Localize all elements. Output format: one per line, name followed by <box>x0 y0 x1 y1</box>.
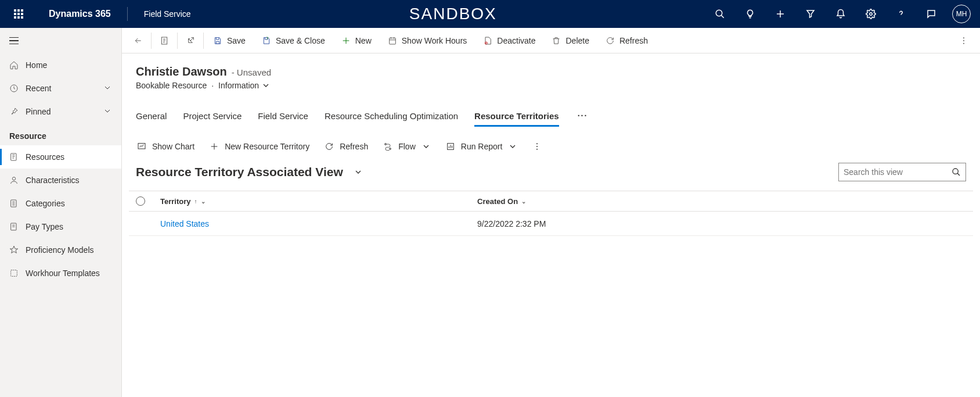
question-icon <box>896 9 906 19</box>
sidebar-item-label: Resources <box>26 152 64 162</box>
refresh-label: Refresh <box>619 36 648 45</box>
app-name-label[interactable]: Field Service <box>135 9 200 19</box>
svg-rect-10 <box>11 270 17 277</box>
delete-button[interactable]: Delete <box>543 28 597 53</box>
flow-button[interactable]: Flow <box>382 140 432 153</box>
sidebar-item-recent[interactable]: Recent <box>0 77 121 100</box>
home-icon <box>9 60 19 70</box>
save-close-icon <box>262 36 271 45</box>
settings-button[interactable] <box>857 0 885 28</box>
overflow-button[interactable] <box>952 28 975 53</box>
tab-resource-territories[interactable]: Resource Territories <box>474 106 559 126</box>
messages-button[interactable] <box>917 0 945 28</box>
sidebar-item-proficiency[interactable]: Proficiency Models <box>0 238 121 262</box>
sandbox-label: SANDBOX <box>409 5 497 23</box>
search-icon <box>952 167 961 177</box>
arrow-left-icon <box>134 36 143 45</box>
tab-field-service[interactable]: Field Service <box>258 106 308 126</box>
sidebar-item-label: Categories <box>26 199 65 208</box>
help-button[interactable] <box>887 0 915 28</box>
new-label: New <box>355 36 372 45</box>
tabs: General Project Service Field Service Re… <box>122 95 980 126</box>
divider <box>203 33 204 49</box>
chevron-down-icon <box>103 106 112 117</box>
column-header-territory[interactable]: Territory ↑ ⌄ <box>152 197 477 206</box>
notifications-button[interactable] <box>827 0 855 28</box>
sidebar-item-resources[interactable]: Resources <box>0 145 121 169</box>
sidebar-toggle-button[interactable] <box>0 28 121 53</box>
svg-line-29 <box>957 173 960 176</box>
assistant-button[interactable] <box>736 0 764 28</box>
refresh-icon <box>325 142 334 151</box>
subgrid-refresh-button[interactable]: Refresh <box>323 140 369 153</box>
refresh-button[interactable]: Refresh <box>597 28 656 53</box>
search-icon <box>715 9 725 19</box>
brand-label[interactable]: Dynamics 365 <box>39 9 120 19</box>
run-report-button[interactable]: Run Report <box>445 140 519 153</box>
save-close-button[interactable]: Save & Close <box>254 28 333 53</box>
sidebar-item-workhour[interactable]: Workhour Templates <box>0 262 121 285</box>
new-button[interactable]: New <box>333 28 380 53</box>
pin-icon <box>9 107 19 116</box>
plus-icon <box>210 142 219 151</box>
save-button[interactable]: Save <box>205 28 254 53</box>
refresh-icon <box>606 36 615 45</box>
form-button[interactable] <box>153 28 176 53</box>
chevron-down-icon <box>261 81 271 90</box>
column-header-created-on[interactable]: Created On ⌄ <box>477 197 973 206</box>
add-button[interactable] <box>766 0 794 28</box>
sidebar-item-categories[interactable]: Categories <box>0 192 121 215</box>
view-search[interactable] <box>838 163 966 181</box>
sidebar-item-characteristics[interactable]: Characteristics <box>0 169 121 192</box>
list-icon <box>9 199 19 208</box>
sidebar-item-home[interactable]: Home <box>0 53 121 77</box>
popout-icon <box>186 36 195 45</box>
form-selector[interactable]: Information <box>218 81 271 90</box>
new-territory-label: New Resource Territory <box>225 142 309 151</box>
tab-general[interactable]: General <box>136 106 167 126</box>
sidebar: Home Recent Pinned Resource Resources Ch… <box>0 28 122 397</box>
topnav-right: MH <box>706 0 975 28</box>
user-avatar[interactable]: MH <box>947 0 975 28</box>
tabs-overflow-button[interactable]: ··· <box>575 106 590 126</box>
filter-button[interactable] <box>797 0 824 28</box>
record-title: Christie Dawson <box>136 65 227 78</box>
grid-row[interactable]: United States 9/22/2022 2:32 PM <box>129 212 973 236</box>
search-button[interactable] <box>706 0 734 28</box>
tab-rso[interactable]: Resource Scheduling Optimization <box>325 106 458 126</box>
svg-line-1 <box>721 15 724 18</box>
sidebar-item-paytypes[interactable]: Pay Types <box>0 215 121 238</box>
show-work-hours-button[interactable]: Show Work Hours <box>380 28 475 53</box>
svg-point-18 <box>963 42 964 44</box>
deactivate-button[interactable]: Deactivate <box>475 28 543 53</box>
search-input[interactable] <box>844 167 948 177</box>
territory-link[interactable]: United States <box>160 219 209 228</box>
svg-point-7 <box>12 177 15 180</box>
created-on-value: 9/22/2022 2:32 PM <box>477 219 546 228</box>
svg-point-17 <box>963 40 964 41</box>
delete-label: Delete <box>565 36 589 45</box>
new-territory-button[interactable]: New Resource Territory <box>208 140 311 153</box>
deactivate-label: Deactivate <box>497 36 535 45</box>
show-chart-button[interactable]: Show Chart <box>136 140 196 153</box>
subgrid-overflow-button[interactable] <box>531 140 543 153</box>
view-selector[interactable]: Resource Territory Associated View <box>136 165 363 179</box>
trash-icon <box>552 36 561 45</box>
sidebar-item-label: Workhour Templates <box>26 269 100 278</box>
svg-point-0 <box>716 10 722 16</box>
select-all[interactable] <box>129 196 152 206</box>
popout-button[interactable] <box>179 28 202 53</box>
divider <box>151 33 152 49</box>
sidebar-item-pinned[interactable]: Pinned <box>0 100 121 123</box>
back-button[interactable] <box>127 28 150 53</box>
chevron-down-icon: ⌄ <box>201 198 206 205</box>
svg-point-27 <box>536 149 538 150</box>
app-launcher-button[interactable] <box>5 0 33 28</box>
svg-point-22 <box>385 144 387 145</box>
chevron-down-icon <box>508 142 517 151</box>
deactivate-icon <box>483 36 492 45</box>
sidebar-item-label: Recent <box>26 84 51 93</box>
tab-project-service[interactable]: Project Service <box>183 106 242 126</box>
form-icon <box>160 36 169 45</box>
record-status: - Unsaved <box>232 67 271 77</box>
